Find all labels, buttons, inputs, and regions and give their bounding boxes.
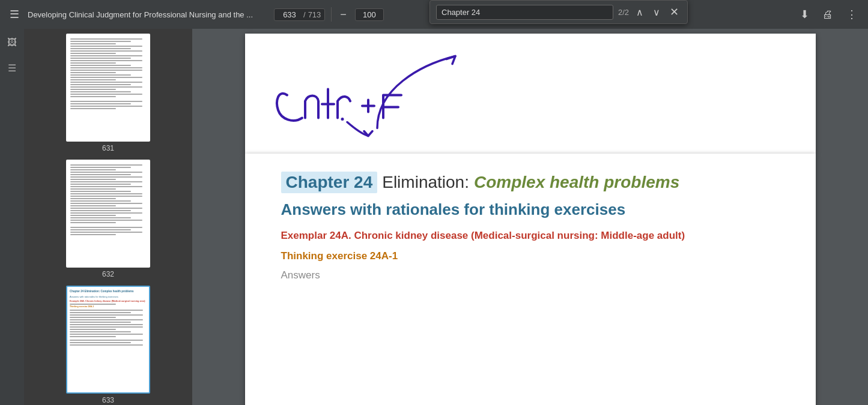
thumbnail-image-631 (66, 34, 150, 142)
pdf-page-633: Chapter 24 Elimination: Complex health p… (245, 154, 816, 405)
menu-icon[interactable]: ☰ (7, 5, 22, 23)
page-current-input[interactable] (278, 10, 301, 19)
search-close-button[interactable]: ✕ (667, 4, 681, 20)
pdf-page-top (245, 34, 816, 154)
sidebar-icon-panel: 🖼 ☰ (0, 29, 24, 405)
answers-with-rationales-heading: Answers with rationales for thinking exe… (281, 200, 780, 219)
list-icon[interactable]: ☰ (5, 60, 19, 76)
handwriting-svg (245, 34, 816, 154)
chapter-heading: Chapter 24 Elimination: Complex health p… (281, 172, 780, 193)
answers-label: Answers (281, 269, 780, 281)
search-popup: 2/2 ∧ ∨ ✕ (429, 0, 688, 24)
search-input[interactable] (436, 5, 613, 20)
exemplar-heading: Exemplar 24A. Chronic kidney disease (Me… (281, 229, 780, 243)
zoom-out-icon[interactable]: − (338, 8, 349, 21)
page-separator: / (303, 10, 306, 19)
main-layout: 🖼 ☰ (0, 29, 868, 405)
thumbnail-item-632[interactable]: 632 (66, 160, 150, 278)
toolbar-divider (331, 7, 332, 22)
page-total: 713 (308, 10, 321, 19)
page-input-group: / 713 (274, 8, 325, 21)
search-prev-button[interactable]: ∧ (634, 5, 646, 19)
print-icon[interactable]: 🖨 (819, 6, 837, 23)
thinking-exercise-heading: Thinking exercise 24A-1 (281, 250, 780, 262)
thumbnail-panel: 631 (24, 29, 192, 405)
thumbnail-image-633: Chapter 24 Elimination: Complex health p… (66, 286, 150, 394)
search-result-count: 2/2 (618, 8, 629, 17)
more-options-icon[interactable]: ⋮ (843, 5, 861, 23)
chapter-number: Chapter 24 (281, 172, 378, 193)
thumbnail-item-631[interactable]: 631 (66, 34, 150, 152)
gallery-icon[interactable]: 🖼 (5, 35, 19, 50)
chapter-title-italic: Complex health problems (474, 173, 679, 192)
pdf-area: Chapter 24 Elimination: Complex health p… (192, 29, 868, 405)
pdf-scroll-container: Chapter 24 Elimination: Complex health p… (192, 29, 868, 405)
zoom-input[interactable] (355, 8, 384, 21)
document-title: Developing Clinical Judgment for Profess… (28, 10, 268, 19)
thumbnail-label-633: 633 (102, 396, 114, 404)
search-next-button[interactable]: ∨ (651, 5, 663, 19)
pdf-page-content: Chapter 24 Elimination: Complex health p… (245, 154, 816, 405)
download-icon[interactable]: ⬇ (797, 5, 813, 23)
thumbnail-item-633[interactable]: Chapter 24 Elimination: Complex health p… (66, 286, 150, 404)
thumbnail-label-631: 631 (102, 144, 114, 152)
thumbnail-label-632: 632 (102, 270, 114, 278)
svg-point-0 (341, 118, 344, 121)
thumbnail-image-632 (66, 160, 150, 268)
chapter-title-prefix: Elimination: (382, 173, 469, 192)
